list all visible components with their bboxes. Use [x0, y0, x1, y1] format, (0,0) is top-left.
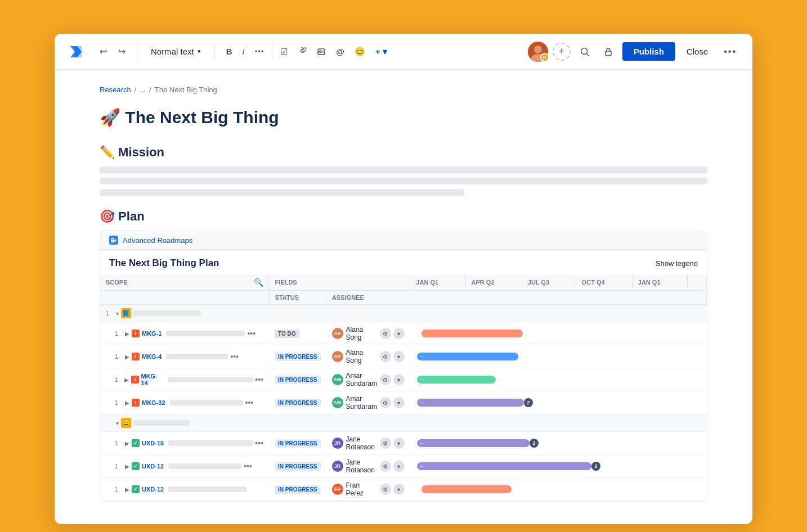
item-expand-5[interactable]: ▶: [125, 440, 129, 447]
item-status-cell-4: IN PROGRESS: [269, 391, 326, 414]
status-badge-1: TO DO: [275, 330, 299, 338]
breadcrumb: Research / ... / The Next Big Thing: [100, 81, 707, 94]
user-avatar-wrapper[interactable]: G: [528, 42, 548, 62]
overflow-menu-button[interactable]: •••: [719, 43, 741, 60]
group-assignee-cell: [326, 305, 410, 322]
roadmap-table-wrapper: SCOPE 🔍 FIELDS Jan Q1 Apr Q2: [100, 274, 707, 501]
image-button[interactable]: [312, 44, 330, 60]
bold-button[interactable]: B: [222, 43, 237, 60]
publish-button[interactable]: Publish: [622, 42, 675, 61]
divider-1: [137, 44, 137, 60]
settings-icon-4[interactable]: ⚙: [380, 397, 391, 408]
settings-icon-5[interactable]: ⚙: [380, 438, 391, 449]
issue-key-mkg14[interactable]: MKG-14: [141, 373, 163, 386]
format-buttons-group: B I ••• ☑ @ 😊 + ▾: [222, 43, 392, 60]
item-skeleton-4: [170, 400, 243, 405]
avatar-jane-1: JR: [332, 438, 343, 449]
group-status-cell: [269, 305, 326, 322]
chevron-icon-7[interactable]: ▾: [393, 484, 405, 495]
italic-button[interactable]: I: [238, 43, 249, 60]
add-collaborator-button[interactable]: +: [553, 43, 571, 61]
app-logo[interactable]: [66, 42, 86, 62]
issue-key-uxd15[interactable]: UXD-15: [142, 440, 164, 447]
settings-icon-1[interactable]: ⚙: [380, 328, 391, 339]
emoji-button[interactable]: 😊: [350, 43, 370, 60]
checkbox-button[interactable]: ☑: [276, 43, 292, 60]
breadcrumb-current: The Next Big Thing: [155, 85, 217, 94]
item-actions-6[interactable]: •••: [244, 462, 252, 471]
item-scope-cell-7: 1 ▶ ✓ UXD-12: [100, 478, 269, 501]
jan-q1-header: Jan Q1: [410, 274, 465, 291]
breadcrumb-research[interactable]: Research: [100, 85, 131, 94]
table-row: 1 ▶ ! MKG-32 •••: [100, 391, 707, 414]
search-button[interactable]: [575, 43, 594, 60]
chevron-icon-3[interactable]: ▾: [393, 374, 405, 385]
close-button[interactable]: Close: [680, 43, 715, 60]
settings-icon-2[interactable]: ⚙: [380, 351, 391, 362]
item-expand-1[interactable]: ▶: [125, 331, 129, 337]
issue-key-uxd12b[interactable]: UXD-12: [142, 486, 164, 493]
redo-button[interactable]: ↪: [114, 43, 130, 60]
issue-key-mkg4[interactable]: MKG-4: [142, 353, 162, 360]
show-legend-button[interactable]: Show legend: [656, 259, 698, 268]
chevron-icon-1[interactable]: ▾: [393, 328, 405, 339]
scope-search-icon[interactable]: 🔍: [254, 278, 263, 287]
item-actions-4[interactable]: •••: [245, 398, 254, 407]
text-style-dropdown[interactable]: Normal text ▾: [144, 43, 208, 60]
item-actions-1[interactable]: •••: [247, 329, 255, 338]
jan-q1-2-header: Jan Q1: [632, 274, 687, 291]
mention-button[interactable]: @: [331, 43, 349, 60]
undo-button[interactable]: ↩: [95, 43, 111, 60]
roadmap-title-row: The Next Big Thing Plan Show legend: [100, 250, 707, 274]
chevron-icon-4[interactable]: ▾: [393, 397, 405, 408]
apr-q2-header: Apr Q2: [465, 274, 522, 291]
chevron-icon-2[interactable]: ▾: [393, 351, 405, 362]
issue-key-mkg1[interactable]: MKG-1: [142, 330, 162, 337]
svg-rect-1: [318, 49, 325, 55]
plan-heading: 🎯 Plan: [100, 209, 707, 224]
group2-status-cell: [269, 414, 326, 432]
assignee-name-7: Fran Perez: [346, 481, 377, 497]
more-format-button[interactable]: •••: [250, 44, 269, 59]
page-content: Research / ... / The Next Big Thing 🚀 Th…: [55, 70, 752, 524]
settings-icon-7[interactable]: ⚙: [380, 484, 391, 495]
breadcrumb-ellipsis[interactable]: ...: [140, 85, 146, 94]
item-expand-4[interactable]: ▶: [125, 400, 129, 406]
avatar-badge: G: [540, 53, 549, 62]
item-controls-2: ⚙ ▾: [380, 351, 405, 362]
issue-key-uxd12a[interactable]: UXD-12: [142, 463, 164, 470]
item-expand-2[interactable]: ▶: [125, 354, 129, 360]
item-actions-3[interactable]: •••: [255, 375, 263, 384]
group-expand-1[interactable]: ▾: [116, 310, 119, 317]
outer-wrapper: ↩ ↪ Normal text ▾ B I ••• ☑: [43, 22, 764, 532]
bar-badge-4: 2: [524, 398, 533, 407]
group-skeleton-1: [133, 310, 201, 316]
item-scope-cell-6: 1 ▶ ✓ UXD-12 •••: [100, 455, 269, 478]
status-subheader: Status: [269, 291, 326, 305]
item-expand-7[interactable]: ▶: [125, 486, 129, 493]
item-actions-2[interactable]: •••: [230, 352, 239, 361]
item-timeline-cell-4: ← 2: [410, 391, 707, 414]
settings-icon-3[interactable]: ⚙: [380, 374, 391, 385]
oct-q4-header: Oct Q4: [576, 274, 632, 291]
chevron-icon-6[interactable]: ▾: [393, 461, 405, 472]
table-row: 1 ▶ ✓ UXD-12 IN PROGRESS: [100, 478, 707, 501]
insert-button[interactable]: + ▾: [371, 43, 392, 60]
item-expand-3[interactable]: ▶: [124, 377, 129, 383]
chevron-icon-5[interactable]: ▾: [393, 438, 405, 449]
lock-button[interactable]: [599, 43, 618, 60]
mission-skeleton-lines: [100, 166, 707, 196]
item-expand-6[interactable]: ▶: [125, 463, 129, 470]
item-status-cell-5: IN PROGRESS: [269, 432, 326, 455]
issue-icon-uxd12b: ✓: [132, 485, 140, 493]
settings-icon-6[interactable]: ⚙: [380, 461, 391, 472]
item-scope-cell: 1 ▶ ! MKG-1 •••: [100, 322, 269, 345]
divider-2: [214, 44, 215, 60]
item-scope-cell-3: 1 ▶ ! MKG-14 •••: [100, 368, 269, 391]
group-expand-2[interactable]: ▾: [116, 420, 119, 426]
item-actions-5[interactable]: •••: [255, 439, 263, 448]
issue-icon-mkg14: !: [131, 376, 138, 384]
group-icon-1: 📘: [121, 308, 131, 318]
issue-key-mkg32[interactable]: MKG-32: [142, 399, 165, 406]
link-button[interactable]: [293, 44, 311, 60]
